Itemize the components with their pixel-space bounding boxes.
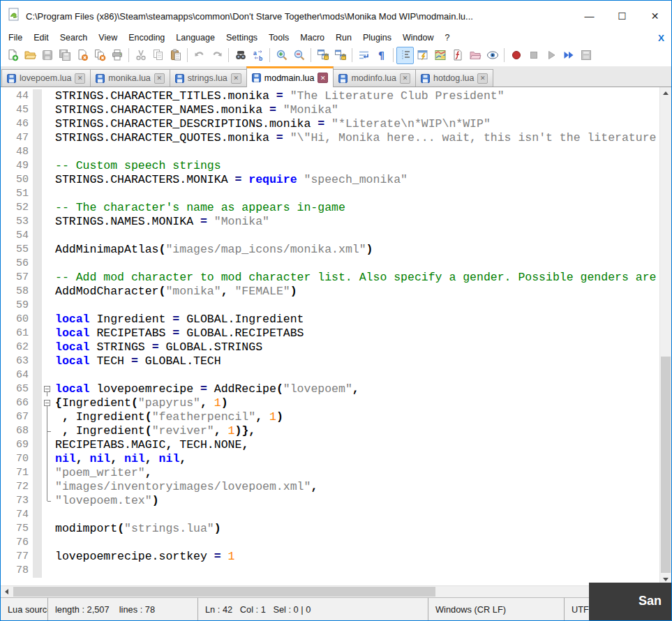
print-icon[interactable]	[108, 47, 126, 64]
code-text[interactable]: local RECIPETABS = GLOBAL.RECIPETABS	[53, 327, 304, 341]
line-number[interactable]: 62	[1, 341, 33, 354]
bookmark-margin[interactable]	[33, 187, 42, 201]
redo-icon[interactable]	[208, 47, 225, 64]
fold-marker-start[interactable]	[42, 382, 53, 396]
bookmark-margin[interactable]	[33, 550, 42, 564]
code-text[interactable]: "images/inventoryimages/lovepoem.xml",	[53, 480, 318, 494]
bookmark-margin[interactable]	[33, 117, 42, 131]
code-text[interactable]: STRINGS.NAMES.MONIKA = "Monika"	[53, 215, 269, 229]
bookmark-margin[interactable]	[33, 424, 42, 438]
show-all-characters-icon[interactable]: ¶	[373, 47, 390, 64]
bookmark-margin[interactable]	[33, 494, 42, 508]
line-number[interactable]: 77	[1, 550, 33, 564]
line-number[interactable]: 75	[1, 522, 33, 536]
line-number[interactable]: 56	[1, 257, 33, 271]
code-text[interactable]: local STRINGS = GLOBAL.STRINGS	[53, 341, 262, 354]
line-number[interactable]: 73	[1, 494, 33, 508]
open-icon[interactable]	[21, 47, 38, 64]
line-number[interactable]: 44	[1, 89, 33, 103]
code-text[interactable]: STRINGS.CHARACTER_TITLES.monika = "The L…	[53, 89, 505, 103]
tab-close-icon[interactable]: ✕	[400, 73, 410, 84]
bookmark-margin[interactable]	[33, 313, 42, 327]
bookmark-margin[interactable]	[33, 103, 42, 117]
line-number[interactable]: 45	[1, 103, 33, 117]
bookmark-margin[interactable]	[33, 89, 42, 103]
menu-language[interactable]: Language	[170, 33, 221, 43]
bookmark-margin[interactable]	[33, 229, 42, 243]
menu-file[interactable]: File	[3, 33, 28, 43]
code-line[interactable]: 72"images/inventoryimages/lovepoem.xml",	[1, 480, 659, 494]
line-number[interactable]: 52	[1, 201, 33, 215]
save-all-icon[interactable]	[56, 47, 73, 64]
scroll-up-arrow-icon[interactable]	[660, 87, 671, 99]
line-number[interactable]: 78	[1, 564, 33, 578]
menu-encoding[interactable]: Encoding	[123, 33, 170, 43]
bookmark-margin[interactable]	[33, 131, 42, 145]
code-text[interactable]: AddModCharacter("monika", "FEMALE")	[53, 285, 297, 299]
code-line[interactable]: 59	[1, 299, 659, 313]
tab-strings.lua[interactable]: strings.lua✕	[170, 69, 247, 87]
code-text[interactable]: modimport("strings.lua")	[53, 522, 221, 536]
line-number[interactable]: 58	[1, 285, 33, 299]
code-line[interactable]: 76	[1, 536, 659, 550]
code-text[interactable]: {Ingredient("papyrus", 1)	[53, 396, 228, 410]
line-number[interactable]: 66	[1, 396, 33, 410]
tab-hotdog.lua[interactable]: hotdog.lua✕	[415, 69, 493, 87]
horizontal-scrollbar[interactable]	[1, 585, 671, 597]
run-macro-multiple-icon[interactable]	[560, 47, 577, 64]
bookmark-margin[interactable]	[33, 508, 42, 522]
code-text[interactable]: nil, nil, nil, nil,	[53, 452, 186, 466]
scroll-left-arrow-icon[interactable]	[1, 586, 13, 597]
bookmark-margin[interactable]	[33, 327, 42, 341]
function-list-icon[interactable]	[414, 47, 431, 64]
bookmark-margin[interactable]	[33, 396, 42, 410]
code-line[interactable]: 51	[1, 187, 659, 201]
find-icon[interactable]	[232, 47, 249, 64]
vertical-scrollbar-thumb[interactable]	[661, 357, 671, 573]
bookmark-margin[interactable]	[33, 368, 42, 382]
copy-icon[interactable]	[149, 47, 167, 64]
code-line[interactable]: 45STRINGS.CHARACTER_NAMES.monika = "Moni…	[1, 103, 659, 117]
bookmark-margin[interactable]	[33, 159, 42, 173]
stop-record-icon[interactable]	[525, 47, 542, 64]
code-line[interactable]: 50STRINGS.CHARACTERS.MONIKA = require "s…	[1, 173, 659, 187]
code-line[interactable]: 75modimport("strings.lua")	[1, 522, 659, 536]
folder-as-workspace-icon[interactable]	[466, 47, 484, 64]
code-line[interactable]: 48	[1, 145, 659, 159]
code-line[interactable]: 68 , Ingredient("reviver", 1)},	[1, 424, 659, 438]
code-text[interactable]: STRINGS.CHARACTERS.MONIKA = require "spe…	[53, 173, 408, 187]
menu-search[interactable]: Search	[54, 33, 94, 43]
code-line[interactable]: 47STRINGS.CHARACTER_QUOTES.monika = "\"H…	[1, 131, 659, 145]
bookmark-margin[interactable]	[33, 522, 42, 536]
vertical-scrollbar[interactable]	[659, 87, 671, 585]
code-text[interactable]	[53, 508, 55, 522]
line-number[interactable]: 48	[1, 145, 33, 159]
bookmark-margin[interactable]	[33, 257, 42, 271]
code-line[interactable]: 69RECIPETABS.MAGIC, TECH.NONE,	[1, 438, 659, 452]
code-line[interactable]: 46STRINGS.CHARACTER_DESCRIPTIONS.monika …	[1, 117, 659, 131]
bookmark-margin[interactable]	[33, 564, 42, 578]
code-text[interactable]: STRINGS.CHARACTER_DESCRIPTIONS.monika = …	[53, 117, 491, 131]
code-line[interactable]: 78	[1, 564, 659, 578]
code-line[interactable]: 67 , Ingredient("featherpencil", 1)	[1, 410, 659, 424]
menu-tools[interactable]: Tools	[263, 33, 294, 43]
code-text[interactable]: RECIPETABS.MAGIC, TECH.NONE,	[53, 438, 248, 452]
line-number[interactable]: 61	[1, 327, 33, 341]
bookmark-margin[interactable]	[33, 410, 42, 424]
code-line[interactable]: 58AddModCharacter("monika", "FEMALE")	[1, 285, 659, 299]
minimize-button[interactable]: —	[573, 1, 606, 31]
code-line[interactable]: 64	[1, 368, 659, 382]
replace-icon[interactable]: ab	[249, 47, 267, 64]
bookmark-margin[interactable]	[33, 173, 42, 187]
code-text[interactable]: AddMinimapAtlas("images/map_icons/monika…	[53, 243, 373, 257]
line-number[interactable]: 46	[1, 117, 33, 131]
indent-guide-icon[interactable]	[396, 47, 414, 64]
sync-vertical-icon[interactable]	[314, 47, 331, 64]
line-number[interactable]: 64	[1, 368, 33, 382]
code-line[interactable]: 57-- Add mod character to mod character …	[1, 271, 659, 285]
playback-icon[interactable]	[542, 47, 560, 64]
line-number[interactable]: 50	[1, 173, 33, 187]
fold-marker-start[interactable]	[42, 396, 53, 410]
bookmark-margin[interactable]	[33, 354, 42, 368]
tab-close-icon[interactable]: ✕	[477, 73, 488, 84]
